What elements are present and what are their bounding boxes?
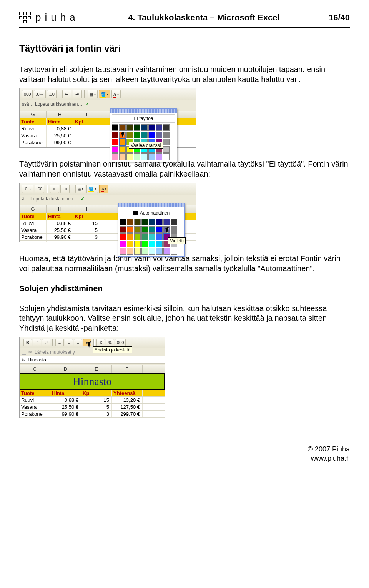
check-icon: ✓ xyxy=(81,196,85,202)
fx-icon: fx xyxy=(20,356,28,363)
font-color-button[interactable]: A ▾ xyxy=(111,90,121,98)
bucket-icon: 🪣 xyxy=(101,92,106,97)
table-row[interactable]: Ruuvi0,88 €1513,20 € xyxy=(20,397,165,404)
page-number: 16/40 xyxy=(329,13,350,23)
comma-icon[interactable]: 000 xyxy=(115,339,126,346)
merged-title-cell[interactable]: Hinnasto xyxy=(20,373,165,390)
heading-merge-cells: Solujen yhdistäminen xyxy=(19,284,350,293)
page-header: piuha 4. Taulukkolaskenta – Microsoft Ex… xyxy=(19,12,350,23)
screenshot-merge-cells: B I U ≡ ≡ ≡ ⇔ € % 000 Yhdistä ja keskitä… xyxy=(19,337,165,418)
increase-decimal-icon[interactable]: .0→ xyxy=(34,90,45,98)
logo-icon xyxy=(19,12,31,23)
no-fill-option[interactable]: Ei täyttöä xyxy=(112,114,175,123)
decrease-decimal-icon[interactable]: .00 xyxy=(47,90,57,98)
envelope-icon: ✉ xyxy=(28,350,32,355)
column-headers[interactable]: CDEF xyxy=(20,365,165,373)
send-changes-text: Lähetä muutokset y xyxy=(35,350,75,355)
automatic-option[interactable]: Automaattinen xyxy=(120,209,183,217)
font-color-palette[interactable]: Automaattinen Violetti xyxy=(118,203,185,257)
italic-button[interactable]: I xyxy=(33,339,41,346)
decrease-decimal-icon[interactable]: .00 xyxy=(35,185,44,193)
table-row[interactable]: Vasara25,50 €5127,50 € xyxy=(20,404,165,411)
fill-color-button[interactable]: 🪣 ▾ xyxy=(99,90,110,98)
copyright: © 2007 Piuha xyxy=(19,445,350,454)
align-right-icon[interactable]: ≡ xyxy=(74,339,82,346)
screenshot-font-color: .0→ .00 ⇤ ⇥ ▦▾ 🪣 ▾ A ▾ ä… Lopeta tarkist… xyxy=(19,183,196,242)
increase-decimal-icon[interactable]: .0→ xyxy=(22,185,33,193)
checkbox-icon[interactable] xyxy=(22,350,26,355)
page-footer: © 2007 Piuha www.piuha.fi xyxy=(19,445,350,463)
currency-icon[interactable]: € xyxy=(96,339,105,346)
font-color-button[interactable]: A ▾ xyxy=(99,185,108,193)
decrease-indent-icon[interactable]: ⇤ xyxy=(50,185,59,193)
brand-text: piuha xyxy=(35,12,79,23)
btn-000[interactable]: 000 xyxy=(22,90,33,98)
underline-button[interactable]: U xyxy=(42,339,50,346)
doc-title: 4. Taulukkolaskenta – Microsoft Excel xyxy=(128,13,280,23)
color-swatches[interactable] xyxy=(120,219,183,255)
status-text: ä… Lopeta tarkistaminen… xyxy=(22,196,78,202)
status-text: ssä… Lopeta tarkistaminen… xyxy=(22,102,82,107)
header-divider xyxy=(19,27,350,28)
fill-color-button[interactable]: 🪣 ▾ xyxy=(86,185,98,193)
table-row[interactable]: Porakone99,90 €3299,70 € xyxy=(20,411,165,418)
tooltip: Vaalea oranssi xyxy=(129,142,163,149)
formula-value: Hinnasto xyxy=(28,357,46,363)
increase-indent-icon[interactable]: ⇥ xyxy=(60,185,70,193)
para-4: Solujen yhdistämistä tarvitaan esimerkik… xyxy=(19,304,350,333)
fill-color-palette[interactable]: Ei täyttöä Vaalea oranssi xyxy=(110,108,177,162)
increase-indent-icon[interactable]: ⇥ xyxy=(73,90,82,98)
screenshot-fill-color: 000 .0→ .00 ⇤ ⇥ ▦▾ 🪣 ▾ A ▾ ssä… Lopeta t… xyxy=(19,88,196,148)
decrease-indent-icon[interactable]: ⇤ xyxy=(62,90,71,98)
align-center-icon[interactable]: ≡ xyxy=(65,339,73,346)
tooltip: Violetti xyxy=(168,237,186,244)
align-left-icon[interactable]: ≡ xyxy=(55,339,64,346)
black-swatch-icon xyxy=(133,211,138,215)
bold-button[interactable]: B xyxy=(23,339,32,346)
bucket-icon: 🪣 xyxy=(88,187,94,192)
merge-center-button[interactable]: ⇔ xyxy=(83,339,91,346)
tooltip-merge: Yhdistä ja keskitä xyxy=(93,346,132,353)
formula-bar[interactable]: fx Hinnasto xyxy=(20,356,165,364)
heading-fill-color: Täyttöväri ja fontin väri xyxy=(19,43,350,54)
para-2: Täyttövärin poistaminen onnistuu samalla… xyxy=(19,159,350,179)
percent-icon[interactable]: % xyxy=(106,339,114,346)
check-icon: ✓ xyxy=(85,102,89,107)
borders-icon[interactable]: ▦▾ xyxy=(75,185,85,193)
footer-url: www.piuha.fi xyxy=(19,454,350,463)
para-3: Huomaa, että täyttövärin ja fontin värin… xyxy=(19,254,350,273)
para-1: Täyttövärin eli solujen taustavärin vaih… xyxy=(19,65,350,84)
borders-icon[interactable]: ▦▾ xyxy=(88,90,98,98)
table-header-row[interactable]: TuoteHintaKplYhteensä xyxy=(20,390,165,397)
